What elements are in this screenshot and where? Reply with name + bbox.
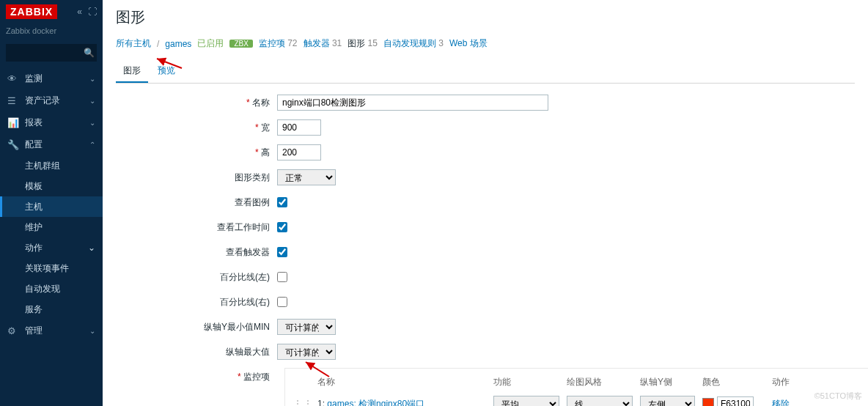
label-gtype: 图形类别 — [116, 171, 277, 184]
wrench-icon: 🔧 — [7, 139, 21, 150]
tab-graph[interactable]: 图形 — [116, 60, 148, 83]
select-func[interactable]: 平均 — [493, 396, 559, 406]
col-color: 颜色 — [702, 376, 765, 388]
input-name[interactable] — [277, 95, 548, 111]
label-legend: 查看图例 — [116, 196, 277, 209]
subnav-hosts[interactable]: 主机 — [0, 196, 103, 217]
list-icon: ☰ — [7, 95, 21, 106]
crumb-triggers[interactable]: 触发器 — [304, 38, 330, 48]
drag-handle-icon[interactable]: ⋮⋮ — [293, 398, 310, 406]
item-link[interactable]: 1: games: 检测nginx80端口 — [317, 398, 486, 407]
nav-label: 配置 — [21, 139, 89, 151]
label-height: 高 — [116, 147, 277, 159]
input-color[interactable] — [717, 396, 754, 406]
chart-icon: 📊 — [7, 117, 21, 128]
subnav-services[interactable]: 服务 — [0, 299, 103, 320]
page-title: 图形 — [116, 7, 855, 27]
nav-monitoring[interactable]: 👁 监测 ⌄ — [0, 67, 103, 89]
chevron-down-icon: ⌄ — [89, 119, 95, 127]
select-side[interactable]: 左侧 — [640, 396, 695, 406]
eye-icon: 👁 — [7, 73, 21, 84]
crumb-web[interactable]: Web 场景 — [449, 37, 488, 50]
label-width: 宽 — [116, 122, 277, 134]
nav-label: 管理 — [21, 325, 89, 337]
chevron-up-icon: ⌃ — [89, 141, 95, 149]
chevron-down-icon: ⌄ — [88, 237, 95, 258]
tab-preview[interactable]: 预览 — [150, 60, 183, 81]
nav-label: 资产记录 — [21, 95, 89, 107]
col-action: 动作 — [772, 376, 816, 388]
check-pct-left[interactable] — [277, 272, 287, 282]
check-legend[interactable] — [277, 197, 287, 207]
nav-admin[interactable]: ⚙ 管理 ⌄ — [0, 320, 103, 342]
check-worktime[interactable] — [277, 222, 287, 232]
col-name: 名称 — [317, 376, 486, 388]
nav-label: 监测 — [21, 73, 89, 85]
label-name: 名称 — [116, 97, 277, 109]
subnav-actions[interactable]: 动作 ⌄ — [0, 237, 103, 258]
sidebar-collapse-icon[interactable]: « — [77, 7, 82, 17]
label-items: 监控项 — [116, 368, 277, 383]
label-pct-right: 百分比线(右) — [116, 296, 277, 309]
status-enabled: 已启用 — [197, 37, 224, 50]
label-ymax: 纵轴最大值 — [116, 346, 277, 358]
chevron-down-icon: ⌄ — [89, 75, 95, 83]
select-ymax[interactable]: 可计算的 — [277, 344, 336, 360]
select-ymin[interactable]: 可计算的 — [277, 319, 336, 335]
subnav-discovery[interactable]: 自动发现 — [0, 278, 103, 299]
breadcrumb: 所有主机 / games 已启用 ZBX 监控项 72 触发器 31 图形 15… — [116, 37, 855, 50]
select-gtype[interactable]: 正常 — [277, 169, 336, 185]
search-input[interactable] — [10, 48, 84, 59]
label-worktime: 查看工作时间 — [116, 221, 277, 234]
item-row: ⋮⋮ 1: games: 检测nginx80端口 平均 线 左侧 移除 — [293, 396, 863, 406]
zabbix-logo: ZABBIX — [6, 4, 57, 19]
check-pct-right[interactable] — [277, 297, 287, 307]
crumb-items[interactable]: 监控项 — [259, 38, 285, 48]
label-ymin: 纵轴Y最小值MIN — [116, 321, 277, 333]
zbx-badge: ZBX — [229, 40, 252, 48]
col-func: 功能 — [493, 376, 559, 388]
gear-icon: ⚙ — [7, 325, 21, 336]
subnav-maintenance[interactable]: 维护 — [0, 217, 103, 237]
crumb-discovery[interactable]: 自动发现规则 — [383, 38, 436, 48]
search-icon[interactable]: 🔍 — [84, 48, 95, 58]
input-height[interactable] — [277, 144, 321, 160]
subnav-host-groups[interactable]: 主机群组 — [0, 155, 103, 176]
crumb-all-hosts[interactable]: 所有主机 — [116, 37, 151, 50]
col-draw: 绘图风格 — [567, 376, 633, 388]
chevron-down-icon: ⌄ — [89, 327, 95, 335]
crumb-host[interactable]: games — [165, 39, 191, 49]
select-draw[interactable]: 线 — [567, 396, 633, 406]
label-pct-left: 百分比线(左) — [116, 271, 277, 284]
nav-inventory[interactable]: ☰ 资产记录 ⌄ — [0, 89, 103, 111]
nav-label: 报表 — [21, 117, 89, 129]
input-width[interactable] — [277, 119, 321, 136]
sidebar-fullscreen-icon[interactable]: ⛶ — [88, 7, 97, 17]
chevron-down-icon: ⌄ — [89, 97, 95, 105]
color-swatch[interactable] — [702, 398, 714, 406]
search-box[interactable]: 🔍 — [6, 44, 97, 62]
check-triggers[interactable] — [277, 247, 287, 257]
col-side: 纵轴Y侧 — [640, 376, 695, 388]
server-name: Zabbix docker — [0, 23, 103, 38]
remove-link[interactable]: 移除 — [772, 398, 816, 407]
nav-reports[interactable]: 📊 报表 ⌄ — [0, 111, 103, 133]
watermark: ©51CTO博客 — [814, 391, 862, 402]
subnav-correlation[interactable]: 关联项事件 — [0, 258, 103, 278]
nav-configuration[interactable]: 🔧 配置 ⌃ — [0, 133, 103, 155]
label-triggers: 查看触发器 — [116, 246, 277, 259]
crumb-graphs[interactable]: 图形 — [347, 38, 365, 48]
subnav-templates[interactable]: 模板 — [0, 176, 103, 196]
